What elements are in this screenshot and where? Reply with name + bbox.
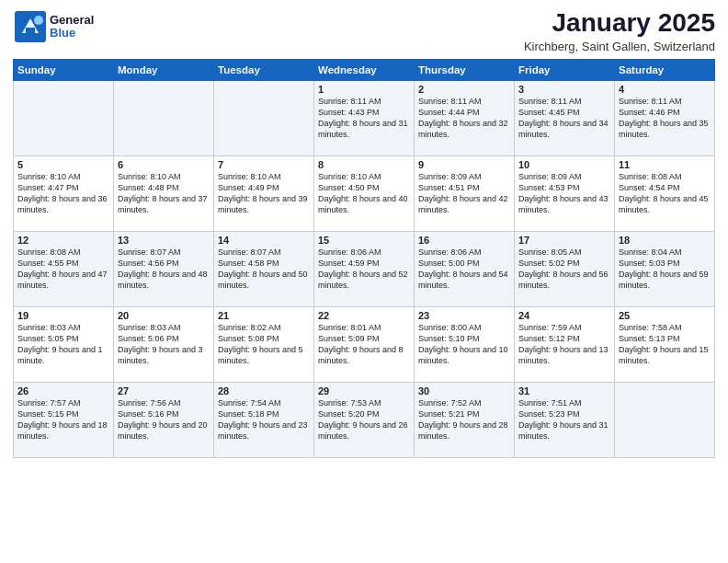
logo: General Blue xyxy=(13,9,94,44)
calendar-cell: 8Sunrise: 8:10 AM Sunset: 4:50 PM Daylig… xyxy=(314,155,415,231)
col-wednesday: Wednesday xyxy=(314,59,415,80)
calendar-cell: 27Sunrise: 7:56 AM Sunset: 5:16 PM Dayli… xyxy=(114,382,214,457)
calendar-header-row: Sunday Monday Tuesday Wednesday Thursday… xyxy=(14,59,715,80)
day-info: Sunrise: 7:53 AM Sunset: 5:20 PM Dayligh… xyxy=(318,397,410,442)
day-info: Sunrise: 7:56 AM Sunset: 5:16 PM Dayligh… xyxy=(118,397,210,442)
calendar-cell: 23Sunrise: 8:00 AM Sunset: 5:10 PM Dayli… xyxy=(415,306,515,382)
calendar-cell: 31Sunrise: 7:51 AM Sunset: 5:23 PM Dayli… xyxy=(515,382,615,457)
day-info: Sunrise: 8:11 AM Sunset: 4:46 PM Dayligh… xyxy=(619,96,711,141)
day-number: 18 xyxy=(619,235,711,246)
col-sunday: Sunday xyxy=(14,59,114,80)
calendar-week-row: 1Sunrise: 8:11 AM Sunset: 4:43 PM Daylig… xyxy=(14,80,715,155)
day-number: 11 xyxy=(619,159,711,170)
day-number: 29 xyxy=(318,385,410,396)
logo-blue-text: Blue xyxy=(50,27,94,40)
calendar-cell: 11Sunrise: 8:08 AM Sunset: 4:54 PM Dayli… xyxy=(615,155,715,231)
day-info: Sunrise: 8:11 AM Sunset: 4:43 PM Dayligh… xyxy=(318,96,410,141)
day-info: Sunrise: 8:08 AM Sunset: 4:55 PM Dayligh… xyxy=(17,247,109,292)
svg-rect-2 xyxy=(26,28,35,33)
logo-label: General Blue xyxy=(50,14,94,40)
svg-point-3 xyxy=(34,16,43,25)
calendar-cell: 28Sunrise: 7:54 AM Sunset: 5:18 PM Dayli… xyxy=(214,382,314,457)
day-number: 6 xyxy=(118,159,210,170)
col-monday: Monday xyxy=(114,59,214,80)
calendar-week-row: 12Sunrise: 8:08 AM Sunset: 4:55 PM Dayli… xyxy=(14,231,715,306)
day-number: 19 xyxy=(17,310,109,321)
month-title: January 2025 xyxy=(524,9,715,38)
day-info: Sunrise: 7:51 AM Sunset: 5:23 PM Dayligh… xyxy=(518,397,610,442)
calendar-cell xyxy=(615,382,715,457)
header: General Blue January 2025 Kirchberg, Sai… xyxy=(13,9,715,53)
day-info: Sunrise: 8:05 AM Sunset: 5:02 PM Dayligh… xyxy=(518,247,610,292)
day-info: Sunrise: 8:06 AM Sunset: 4:59 PM Dayligh… xyxy=(318,247,410,292)
day-info: Sunrise: 7:59 AM Sunset: 5:12 PM Dayligh… xyxy=(518,322,610,367)
col-friday: Friday xyxy=(515,59,615,80)
day-number: 14 xyxy=(218,235,310,246)
day-info: Sunrise: 8:10 AM Sunset: 4:50 PM Dayligh… xyxy=(318,171,410,216)
day-number: 24 xyxy=(518,310,610,321)
calendar-cell: 15Sunrise: 8:06 AM Sunset: 4:59 PM Dayli… xyxy=(314,231,415,306)
title-block: January 2025 Kirchberg, Saint Gallen, Sw… xyxy=(524,9,715,53)
calendar-cell: 3Sunrise: 8:11 AM Sunset: 4:45 PM Daylig… xyxy=(515,80,615,155)
col-thursday: Thursday xyxy=(415,59,515,80)
day-number: 8 xyxy=(318,159,410,170)
calendar-week-row: 5Sunrise: 8:10 AM Sunset: 4:47 PM Daylig… xyxy=(14,155,715,231)
day-number: 5 xyxy=(17,159,109,170)
calendar-week-row: 26Sunrise: 7:57 AM Sunset: 5:15 PM Dayli… xyxy=(14,382,715,457)
day-info: Sunrise: 8:09 AM Sunset: 4:51 PM Dayligh… xyxy=(418,171,510,216)
calendar-cell: 5Sunrise: 8:10 AM Sunset: 4:47 PM Daylig… xyxy=(14,155,114,231)
day-number: 23 xyxy=(418,310,510,321)
day-number: 28 xyxy=(218,385,310,396)
day-number: 4 xyxy=(619,84,711,95)
day-number: 9 xyxy=(418,159,510,170)
day-info: Sunrise: 8:04 AM Sunset: 5:03 PM Dayligh… xyxy=(619,247,711,292)
day-number: 15 xyxy=(318,235,410,246)
day-number: 31 xyxy=(518,385,610,396)
calendar-cell: 24Sunrise: 7:59 AM Sunset: 5:12 PM Dayli… xyxy=(515,306,615,382)
day-info: Sunrise: 8:10 AM Sunset: 4:49 PM Dayligh… xyxy=(218,171,310,216)
day-number: 7 xyxy=(218,159,310,170)
day-info: Sunrise: 8:03 AM Sunset: 5:05 PM Dayligh… xyxy=(17,322,109,367)
day-number: 25 xyxy=(619,310,711,321)
calendar-cell: 2Sunrise: 8:11 AM Sunset: 4:44 PM Daylig… xyxy=(415,80,515,155)
logo-icon xyxy=(13,9,48,44)
calendar-cell: 21Sunrise: 8:02 AM Sunset: 5:08 PM Dayli… xyxy=(214,306,314,382)
calendar-cell: 29Sunrise: 7:53 AM Sunset: 5:20 PM Dayli… xyxy=(314,382,415,457)
location-title: Kirchberg, Saint Gallen, Switzerland xyxy=(524,40,715,53)
calendar-cell: 13Sunrise: 8:07 AM Sunset: 4:56 PM Dayli… xyxy=(114,231,214,306)
day-number: 17 xyxy=(518,235,610,246)
day-info: Sunrise: 8:02 AM Sunset: 5:08 PM Dayligh… xyxy=(218,322,310,367)
calendar-cell: 16Sunrise: 8:06 AM Sunset: 5:00 PM Dayli… xyxy=(415,231,515,306)
calendar-cell: 30Sunrise: 7:52 AM Sunset: 5:21 PM Dayli… xyxy=(415,382,515,457)
calendar-cell: 18Sunrise: 8:04 AM Sunset: 5:03 PM Dayli… xyxy=(615,231,715,306)
day-info: Sunrise: 7:58 AM Sunset: 5:13 PM Dayligh… xyxy=(619,322,711,367)
day-number: 10 xyxy=(518,159,610,170)
day-info: Sunrise: 8:11 AM Sunset: 4:45 PM Dayligh… xyxy=(518,96,610,141)
day-number: 20 xyxy=(118,310,210,321)
day-number: 30 xyxy=(418,385,510,396)
day-info: Sunrise: 8:10 AM Sunset: 4:48 PM Dayligh… xyxy=(118,171,210,216)
day-number: 12 xyxy=(17,235,109,246)
day-info: Sunrise: 7:57 AM Sunset: 5:15 PM Dayligh… xyxy=(17,397,109,442)
col-saturday: Saturday xyxy=(615,59,715,80)
calendar-cell: 17Sunrise: 8:05 AM Sunset: 5:02 PM Dayli… xyxy=(515,231,615,306)
calendar-cell: 4Sunrise: 8:11 AM Sunset: 4:46 PM Daylig… xyxy=(615,80,715,155)
day-info: Sunrise: 8:11 AM Sunset: 4:44 PM Dayligh… xyxy=(418,96,510,141)
calendar-cell: 12Sunrise: 8:08 AM Sunset: 4:55 PM Dayli… xyxy=(14,231,114,306)
day-number: 22 xyxy=(318,310,410,321)
day-number: 2 xyxy=(418,84,510,95)
day-number: 3 xyxy=(518,84,610,95)
calendar-cell xyxy=(214,80,314,155)
calendar-cell: 14Sunrise: 8:07 AM Sunset: 4:58 PM Dayli… xyxy=(214,231,314,306)
calendar-cell: 9Sunrise: 8:09 AM Sunset: 4:51 PM Daylig… xyxy=(415,155,515,231)
day-number: 13 xyxy=(118,235,210,246)
calendar-cell: 22Sunrise: 8:01 AM Sunset: 5:09 PM Dayli… xyxy=(314,306,415,382)
day-info: Sunrise: 8:01 AM Sunset: 5:09 PM Dayligh… xyxy=(318,322,410,367)
day-info: Sunrise: 8:07 AM Sunset: 4:56 PM Dayligh… xyxy=(118,247,210,292)
day-info: Sunrise: 8:03 AM Sunset: 5:06 PM Dayligh… xyxy=(118,322,210,367)
calendar-cell: 10Sunrise: 8:09 AM Sunset: 4:53 PM Dayli… xyxy=(515,155,615,231)
calendar-cell: 1Sunrise: 8:11 AM Sunset: 4:43 PM Daylig… xyxy=(314,80,415,155)
day-info: Sunrise: 8:08 AM Sunset: 4:54 PM Dayligh… xyxy=(619,171,711,216)
page: General Blue January 2025 Kirchberg, Sai… xyxy=(0,0,728,563)
day-number: 27 xyxy=(118,385,210,396)
